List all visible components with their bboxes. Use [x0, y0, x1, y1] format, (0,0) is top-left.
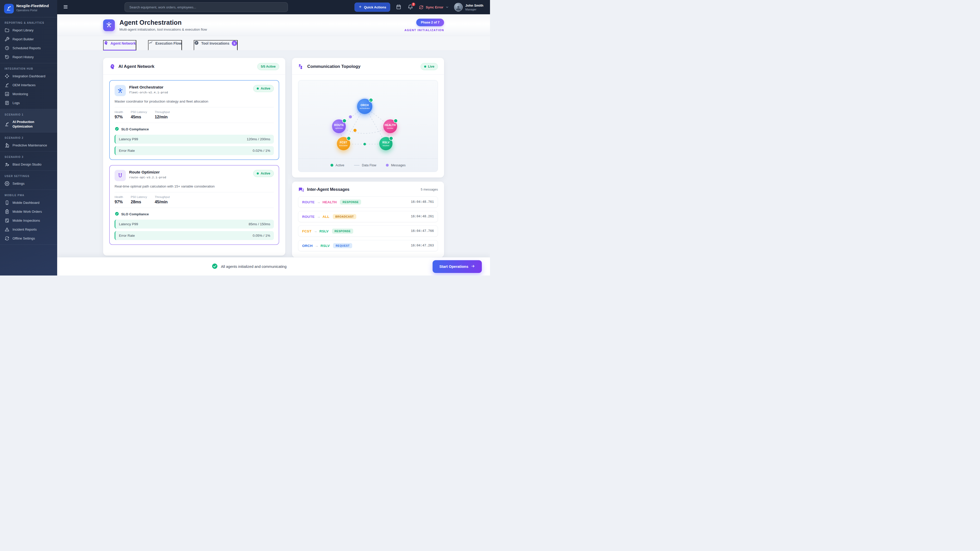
arrow-right-icon: →	[315, 244, 318, 248]
logs-icon	[5, 100, 10, 105]
node-active-badge	[347, 136, 351, 141]
start-operations-button[interactable]: Start Operations	[433, 260, 482, 273]
user-role: Manager	[465, 8, 484, 11]
sidebar-item-scheduled-reports[interactable]: Scheduled Reports	[0, 44, 57, 52]
metric-throughput: Throughput 12/min	[155, 110, 170, 119]
checklist-icon	[5, 218, 10, 223]
section-label: SCENARIO 1	[0, 111, 57, 118]
active-dot	[331, 164, 333, 167]
section-label: INTEGRATION HUB	[0, 65, 57, 72]
sidebar-item-report-library[interactable]: Report Library	[0, 26, 57, 35]
chat-bubbles-icon	[298, 186, 304, 192]
sidebar-item-mobile-dashboard[interactable]: Mobile Dashboard	[0, 198, 57, 207]
warning-triangle-icon	[5, 227, 10, 232]
agent-status-badge: Active	[253, 170, 274, 177]
sidebar-item-report-builder[interactable]: Report Builder	[0, 35, 57, 44]
sidebar-item-logs[interactable]: Logs	[0, 98, 57, 107]
notification-count-badge: 7	[411, 2, 416, 6]
chevron-down-icon	[445, 5, 449, 9]
content-area: Agent Orchestration Multi-agent initiali…	[57, 14, 490, 257]
slo-row-latency-p99: Latency P99 120ms / 200ms	[115, 135, 274, 144]
avatar	[454, 3, 463, 11]
sidebar-item-offline-settings[interactable]: Offline Settings	[0, 234, 57, 243]
card-title: Communication Topology	[307, 64, 360, 69]
arrow-right-icon: →	[317, 200, 320, 204]
sidebar-item-report-history[interactable]: Report History	[0, 52, 57, 62]
sidebar-item-oem-interfaces[interactable]: OEM Interfaces	[0, 81, 57, 89]
brand-logo	[4, 4, 14, 14]
sidebar-item-blast-design-studio[interactable]: Blast Design Studio	[0, 160, 57, 169]
sidebar-item-incident-reports[interactable]: Incident Reports	[0, 225, 57, 234]
sidebar-item-monitoring[interactable]: Monitoring	[0, 89, 57, 98]
message-timestamp: 16:04:47.766	[411, 229, 434, 233]
node-check-badge: ✓	[369, 98, 373, 102]
tool-invocations-count-badge: 5	[232, 41, 237, 46]
messages-dot	[386, 164, 389, 167]
page-title: Agent Orchestration	[119, 19, 207, 26]
metric-p50-latency: P50 Latency 45ms	[130, 110, 147, 119]
agents-active-badge: 5/5 Active	[257, 63, 279, 70]
clock-icon	[5, 46, 10, 51]
wrench-icon	[5, 37, 10, 41]
message-row[interactable]: ORCH → RSLV REQUEST 16:04:47.263	[298, 240, 438, 251]
calendar-icon	[396, 6, 401, 11]
agent-card-route-optimizer[interactable]: Route Optimizer route-opt-v3.2.1-prod Ac…	[109, 165, 279, 245]
agent-card-fleet-orchestrator[interactable]: Fleet Orchestrator fleet-orch-v2.4.1-pro…	[109, 80, 279, 160]
metric-health: Health 97%	[115, 110, 123, 119]
quick-actions-button[interactable]: Quick Actions	[355, 3, 390, 12]
search-input[interactable]	[124, 2, 288, 12]
route-optimizer-icon	[115, 170, 126, 181]
message-type-badge: REQUEST	[333, 243, 352, 248]
section-mobile-pwa: MOBILE PWA Mobile Dashboard Mobile Work …	[0, 190, 57, 245]
agent-description: Real-time optimal path calculation with …	[115, 184, 274, 188]
tab-tool-invocations[interactable]: Tool Invocations 5	[194, 40, 237, 51]
tab-execution-flow[interactable]: Execution Flow	[148, 40, 182, 51]
message-row[interactable]: ROUTE → ALL BROADCAST 16:04:48.261	[298, 211, 438, 222]
section-scenario-1: SCENARIO 1 AI Production Optimization	[0, 109, 57, 132]
agent-status-badge: Active	[253, 85, 274, 92]
bottom-action-bar: All agents initialized and communicating…	[57, 257, 490, 275]
section-user-settings: USER SETTINGS Settings	[0, 171, 57, 190]
sidebar-item-settings[interactable]: Settings	[0, 179, 57, 188]
sidebar-item-mobile-inspections[interactable]: Mobile Inspections	[0, 216, 57, 225]
brand: Nexgile-FleetMind Operations Portal	[0, 0, 57, 17]
agent-network-card: AI Agent Network 5/5 Active	[103, 58, 285, 256]
slo-title: SLO Compliance	[121, 127, 149, 131]
user-menu[interactable]: John Smith Manager	[454, 3, 484, 11]
sidebar-item-ai-production-optimization[interactable]: AI Production Optimization	[0, 118, 57, 130]
section-label: SCENARIO 2	[0, 135, 57, 141]
slo-row-latency-p99: Latency P99 85ms / 150ms	[115, 220, 274, 229]
topology-node-route[interactable]: ROUTE optimizer	[332, 119, 346, 133]
notifications-button[interactable]: 7	[407, 4, 414, 11]
sidebar-item-integration-dashboard[interactable]: Integration Dashboard	[0, 72, 57, 81]
brand-name: Nexgile-FleetMind	[16, 4, 49, 8]
topology-node-rslv[interactable]: RSLV resolver	[379, 137, 393, 150]
robot-arm-icon	[6, 5, 12, 12]
agent-description: Master coordinator for production strate…	[115, 100, 274, 103]
sync-status[interactable]: Sync Error	[419, 5, 449, 10]
content-grid: AI Agent Network 5/5 Active	[103, 51, 444, 257]
hamburger-menu-button[interactable]	[62, 3, 69, 11]
message-timestamp: 16:04:47.263	[411, 244, 434, 248]
node-active-badge	[389, 136, 393, 141]
tab-agent-network[interactable]: Agent Network	[103, 40, 136, 51]
main-area: Quick Actions 7 Sync Error	[57, 0, 490, 275]
topology-node-health[interactable]: HEALTH monitor	[383, 119, 397, 133]
page-icon	[103, 19, 115, 31]
tool-wrench-circle-icon	[194, 41, 199, 46]
topology-node-fcst[interactable]: FCST forecaster	[337, 137, 350, 150]
calendar-button[interactable]	[395, 4, 402, 11]
sidebar-item-predictive-maintenance[interactable]: Predictive Maintenance	[0, 141, 57, 150]
card-title: Inter-Agent Messages	[307, 187, 349, 192]
legend-messages: Messages	[386, 164, 406, 167]
live-badge: Live	[421, 63, 438, 70]
agent-head-icon	[109, 64, 115, 70]
topology-node-orch[interactable]: ORCH orchestrator ✓	[357, 99, 372, 114]
section-label: SCENARIO 3	[0, 154, 57, 160]
legend-active: Active	[331, 164, 344, 167]
message-row[interactable]: ROUTE → HEALTH RESPONSE 16:04:48.761	[298, 197, 438, 208]
data-flow-line	[354, 165, 360, 165]
agents-ready-status: All agents initialized and communicating	[65, 263, 433, 270]
sidebar-item-mobile-work-orders[interactable]: Mobile Work Orders	[0, 207, 57, 216]
message-row[interactable]: FCST → RSLV RESPONSE 16:04:47.766	[298, 225, 438, 237]
